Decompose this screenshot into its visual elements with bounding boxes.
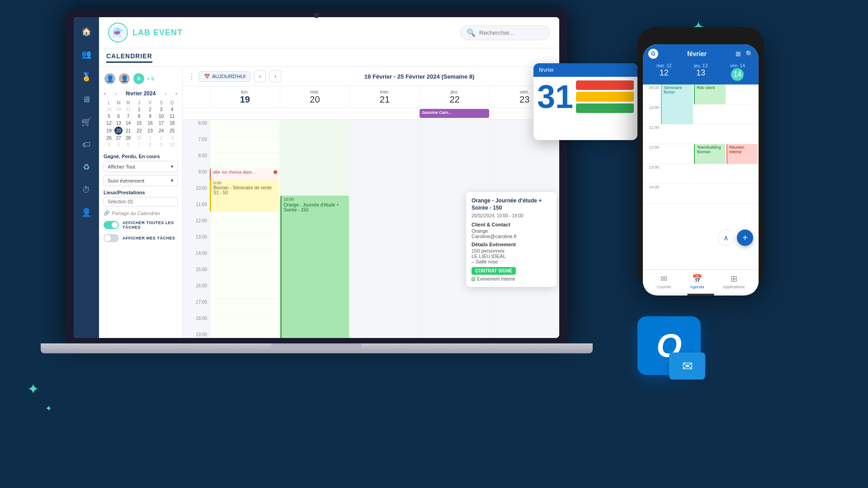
mini-cal-day[interactable]: 29 [104,106,114,113]
mini-cal-day[interactable]: 10 [167,141,178,148]
toolbar-menu-icon[interactable]: ⋮ [188,72,195,81]
mini-cal-day[interactable]: 5 [114,141,123,148]
search-bar[interactable]: 🔍 [460,25,550,40]
mini-cal-day[interactable]: 23 [145,127,156,135]
mini-cal-day[interactable]: 16 [145,120,156,127]
mini-cal-day[interactable]: 8 [134,113,145,120]
search-input[interactable] [479,29,543,36]
mini-cal-day[interactable]: 13 [114,120,123,127]
sidebar-icon-screen[interactable]: 🖥 [79,92,94,107]
laptop-bezel: 🏠 👥 🏅 🖥 🛒 🏷 ♻ ⏱ 👤 ⚗️ LAB [66,9,567,343]
mini-cal-day[interactable]: 6 [123,141,133,148]
chevron-down-icon: ▾ [171,164,174,169]
orange-journee-event[interactable]: 10:00 Orange - Journée d'étude + Soirée … [280,196,349,338]
toggle-my-tasks-label: AFFICHER MES TÂCHES [123,236,175,240]
share-calendar-link[interactable]: 🔗 Partage du Calendrier [104,210,178,216]
mini-cal-day[interactable]: 30 [114,106,123,113]
sidebar-icon-clock[interactable]: ⏱ [79,183,94,197]
jasmine-event[interactable]: Jasmine Cain... [420,109,490,118]
phone-event-reunion[interactable]: Réunion interne [726,144,758,164]
mini-cal-day[interactable]: 2 [156,135,166,141]
sidebar-icon-users[interactable]: 👥 [79,47,94,61]
gcal-header: février [533,63,637,77]
mini-cal-day[interactable]: 22 [134,127,145,135]
time-label: 16:00 [183,282,210,299]
mini-cal-day[interactable]: 21 [123,127,133,135]
mini-cal-day[interactable]: 7 [123,113,133,120]
sidebar-icon-badge[interactable]: 🏅 [79,70,94,84]
mini-cal-day[interactable]: 25 [167,127,178,135]
mini-cal-day[interactable]: 29 [134,135,145,141]
mini-cal-day[interactable]: 14 [123,120,133,127]
mini-cal-day[interactable]: 28 [123,135,133,141]
selection-pill[interactable]: Sélection (0) [104,197,178,206]
calendar-date-range: 19 Février - 25 Février 2024 (Semaine 8) [285,73,554,80]
mini-cal-day[interactable]: 1 [134,106,145,113]
mini-cal-day[interactable]: 8 [145,141,156,148]
phone-search-icon[interactable]: 🔍 [745,50,753,57]
phone-hour-13: 13:00 [643,164,759,184]
mini-cal-day[interactable]: 9 [156,141,166,148]
mini-cal-day[interactable]: 2 [145,106,156,113]
suivi-evenement-dropdown[interactable]: Suivi évènement ▾ [104,175,178,186]
mini-cal-next[interactable]: › [165,91,166,96]
phone-fab-add[interactable]: + [737,230,753,246]
phone-event-seminaire[interactable]: Séminairefévrier [661,84,693,124]
mini-cal-day[interactable]: 3 [167,135,178,141]
mini-cal-day[interactable]: 3 [156,106,166,113]
mini-cal-day[interactable]: 15 [134,120,145,127]
mini-cal-day[interactable]: 19 [104,127,114,135]
toggle-my-tasks[interactable] [104,234,119,242]
cal-cell [489,315,559,331]
mini-cal-day[interactable]: 11 [167,113,178,120]
today-button[interactable]: 📅 AUJOURD'HUI [199,71,250,82]
mini-cal-table: L M M J V S D 29303112345678 [104,99,178,148]
cal-cell [210,282,280,299]
mini-cal-day[interactable]: 10 [156,113,166,120]
phone-home-indicator [687,294,714,296]
mini-cal-day[interactable]: 12 [104,120,114,127]
sidebar-icon-cart[interactable]: 🛒 [79,115,94,129]
mini-cal-day[interactable]: 1 [145,135,156,141]
phone-nav-apps[interactable]: ⊞ Applications [723,274,745,289]
mini-cal-prev-prev[interactable]: « [104,91,106,96]
mini-cal-next-next[interactable]: » [175,91,178,96]
afficher-tout-dropdown[interactable]: Afficher Tout ▾ [104,161,178,172]
phone-nav-agenda[interactable]: 📅 Agenda [690,274,704,289]
cal-cell [349,120,420,136]
sparkle-icon-bl2: ✦ [45,404,52,413]
mini-cal-day[interactable]: 4 [167,106,178,113]
phone-grid-icon[interactable]: ⊞ [736,50,741,57]
phone-event-teambuilding[interactable]: Teambuilding Bioman [694,144,725,164]
mini-cal-day[interactable]: 7 [134,141,145,148]
phone-up-button[interactable]: ∧ [718,230,734,246]
phone-nav-courrier[interactable]: ✉ Courrier [657,274,672,289]
mini-cal-day[interactable]: 24 [156,127,166,135]
popup-title: Orange - Journée d'étude + Soirée - 150 [472,197,551,211]
page-title: CALENDRIER [106,52,152,63]
bioman-event[interactable]: 9:00 Bioman - Séminaire de vente S1 - 50 [210,179,279,212]
mini-cal-prev[interactable]: ‹ [115,91,116,96]
mini-cal-day[interactable]: 26 [104,135,114,141]
next-week-button[interactable]: › [269,70,281,82]
mini-cal-day[interactable]: 20 [114,127,123,135]
phone-event-rdv[interactable]: Rdv client [694,84,725,104]
prev-week-button[interactable]: ‹ [254,70,266,82]
sidebar-icon-team[interactable]: 👤 [79,205,94,220]
mini-cal-day[interactable]: 5 [104,113,114,120]
mini-cal-day[interactable]: 6 [114,113,123,120]
mini-cal-day[interactable]: 17 [156,120,166,127]
mini-cal-day[interactable]: 4 [104,141,114,148]
mini-cal-day[interactable]: 9 [145,113,156,120]
cal-cell [210,315,280,331]
toggle-all-tasks[interactable] [104,221,119,229]
phone-body: 09:00 Séminairefévrier Rdv client 10:00 … [643,84,759,269]
sidebar-icon-home[interactable]: 🏠 [79,24,94,39]
mini-cal-day[interactable]: 27 [114,135,123,141]
mini-cal-day[interactable]: 31 [123,106,133,113]
mini-cal-day[interactable]: 18 [167,120,178,127]
cal-cell [420,331,490,338]
sidebar-icon-recycle[interactable]: ♻ [79,160,94,174]
sidebar-icon-tag[interactable]: 🏷 [79,137,94,152]
allday-mer [349,108,420,119]
